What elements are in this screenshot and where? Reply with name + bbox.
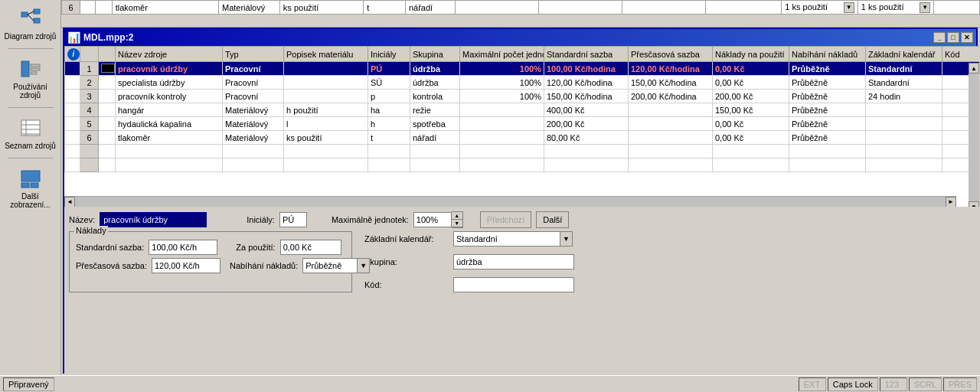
table-row: 6 tlakoměr Materiálový ks použití t nářa… [62, 1, 980, 15]
resname-6[interactable]: tlakoměr [116, 131, 223, 145]
base-cal-label: Základní kalendář: [364, 234, 449, 243]
col-header-info: i [65, 47, 80, 62]
spin-up-button[interactable]: ▲ [452, 212, 462, 220]
resaccrual-3: Průběžně [789, 90, 866, 103]
resgroup-2: údržba [410, 76, 460, 90]
scroll-down-arrow[interactable]: ▼ [969, 201, 979, 207]
scroll-track[interactable] [75, 197, 946, 207]
resstdrate-1: 100,00 Kč/hodina [544, 62, 629, 76]
accrual-combo: ▼ [302, 258, 370, 273]
resource-table: i Název zdroje Typ Popisek materiálu Ini… [64, 46, 979, 172]
accrual-dropdown-6[interactable]: ▼ [844, 2, 854, 13]
name-label: Název: [69, 215, 95, 224]
col-header-name: Název zdroje [116, 47, 223, 62]
indicator-123: 123 [880, 377, 907, 391]
indicator-scrl: SCRL [909, 377, 942, 391]
base-cal-input[interactable] [453, 231, 560, 247]
rownum-3: 3 [80, 90, 99, 103]
resinitials-5: h [368, 117, 410, 131]
name-input[interactable] [100, 212, 207, 227]
sidebar: Diagram zdrojů Používání zdrojů Seznam z… [0, 0, 61, 375]
scroll-right-arrow[interactable]: ► [946, 197, 956, 207]
table-row: 2 specialista údržby Pracovní SÚ údržba … [65, 76, 980, 90]
sidebar-item-diagram[interactable]: Diagram zdrojů [3, 3, 58, 44]
rescostuse-6: 0,00 Kč [713, 131, 789, 145]
initials-input[interactable] [279, 212, 307, 227]
accrual-combo-input[interactable] [302, 258, 358, 273]
max-units-label: Maximálně jednotek: [332, 215, 409, 224]
sidebar-item-more[interactable]: Další zobrazení... [3, 163, 58, 212]
resdesc-6: ks použití [284, 131, 368, 145]
close-button[interactable]: ✕ [961, 32, 973, 43]
table-row: 1 pracovník údržby Pracovní PÚ údržba 10… [65, 62, 980, 76]
group-row: Skupina: [364, 254, 574, 270]
color-6 [99, 131, 116, 145]
resname-2[interactable]: specialista údržby [116, 76, 223, 90]
sidebar-item-usage[interactable]: Používání zdrojů [3, 54, 58, 103]
resmaxunits-6 [460, 131, 544, 145]
resinitials-3: p [368, 90, 410, 103]
svg-line-4 [28, 15, 34, 21]
sidebar-item-list[interactable]: Seznam zdrojů [3, 113, 58, 153]
maximize-button[interactable]: □ [947, 32, 959, 43]
group-input[interactable] [453, 254, 574, 270]
table-header-row: i Název zdroje Typ Popisek materiálu Ini… [65, 47, 980, 62]
indicator-pres: PŘES [943, 377, 977, 391]
rescostuse-2: 0,00 Kč [713, 76, 789, 90]
col-header-code: Kód [942, 47, 980, 62]
next-button[interactable]: Další [536, 211, 569, 228]
list-icon [18, 116, 43, 140]
v-scroll-track[interactable] [969, 74, 979, 201]
minimize-button[interactable]: _ [933, 32, 946, 43]
base-cal-arrow[interactable]: ▼ [560, 231, 573, 247]
overtime-input[interactable] [152, 258, 220, 273]
resmaxunits-4 [460, 103, 544, 117]
max-units-spinner: ▲ ▼ [413, 211, 463, 228]
resname-1[interactable]: pracovník údržby [116, 62, 223, 76]
prev-button[interactable]: Předchozí [480, 211, 532, 228]
col-header-overtime: Přesčasová sazba [629, 47, 713, 62]
resstdrate-5: 200,00 Kč [544, 117, 629, 131]
restype-5: Materiálový [223, 117, 284, 131]
code-row: Kód: [364, 277, 574, 292]
window-controls: _ □ ✕ [933, 32, 973, 43]
h-scrollbar[interactable]: ◄ ► [64, 196, 956, 207]
restype-6: Materiálový [223, 131, 284, 145]
code-cell-6 [934, 1, 980, 15]
v-scrollbar-resource-table[interactable]: ▲ ▼ [969, 63, 979, 207]
resname-4[interactable]: hangár [116, 103, 223, 117]
per-use-input[interactable] [280, 240, 341, 255]
resdesc-4: h použití [284, 103, 368, 117]
table-row: 3 pracovník kontroly Pracovní p kontrola… [65, 90, 980, 103]
color-1 [99, 62, 116, 76]
indicator-ext: EXT [799, 377, 826, 391]
max-units-input[interactable] [413, 212, 452, 227]
spin-down-button[interactable]: ▼ [452, 220, 462, 227]
code-input[interactable] [453, 277, 574, 292]
resbasecal-1: Standardní [866, 62, 942, 76]
scroll-up-arrow[interactable]: ▲ [969, 63, 979, 74]
scroll-left-arrow[interactable]: ◄ [64, 197, 75, 207]
accrual-combo-arrow[interactable]: ▼ [358, 258, 370, 273]
std-rate-input[interactable] [149, 240, 217, 255]
info-4 [65, 103, 80, 117]
resmaxunits-3: 100% [460, 90, 544, 103]
resgroup-4: režie [410, 103, 460, 117]
basecal-dropdown-6[interactable]: ▼ [920, 2, 930, 13]
sidebar-label-diagram: Diagram zdrojů [5, 32, 57, 41]
resstdrate-2: 120,00 Kč/hodina [544, 76, 629, 90]
resgroup-5: spotřeba [410, 117, 460, 131]
sidebar-divider-3 [8, 158, 54, 158]
indicator-capslock: Caps Lock [828, 377, 878, 391]
rownum-6: 6 [80, 131, 99, 145]
rownum-4: 4 [80, 103, 99, 117]
window-titlebar[interactable]: 📊 MDL.mpp:2 _ □ ✕ [64, 29, 976, 46]
resname-3[interactable]: pracovník kontroly [116, 90, 223, 103]
costs-group-box: Náklady Standardní sazba: Za použití: Př… [69, 231, 352, 292]
form-area: Název: Iniciály: Maximálně jednotek: ▲ ▼… [64, 207, 979, 375]
window-icon: 📊 [67, 31, 80, 44]
window-title: MDL.mpp:2 [83, 32, 133, 43]
costs-row-2: Přesčasová sazba: Nabíhání nákladů: ▼ [76, 258, 345, 273]
resname-5[interactable]: hydaulická kapalina [116, 117, 223, 131]
accrual-cell-6: 1 ks použití ▼ [782, 1, 858, 15]
